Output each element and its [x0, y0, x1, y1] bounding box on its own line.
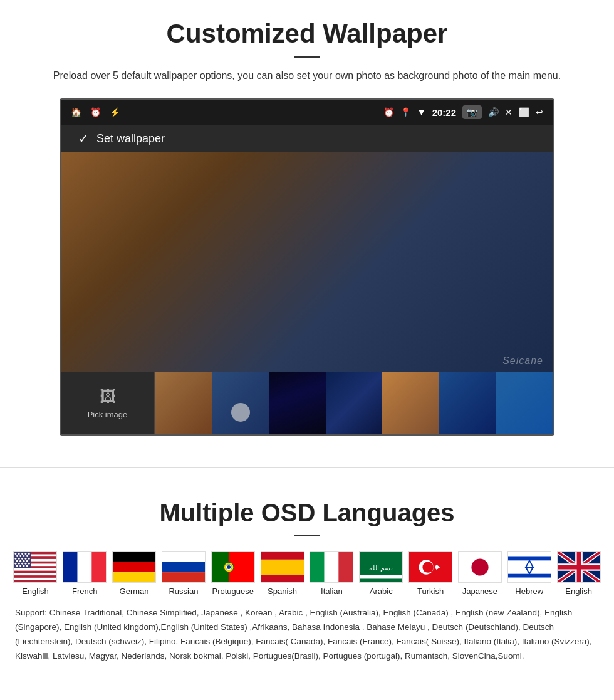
flag-item-italian: Italian	[309, 551, 355, 596]
flag-usa	[13, 551, 57, 583]
wallpaper-preview: Seicane	[61, 152, 553, 372]
svg-point-32	[16, 565, 18, 567]
svg-point-22	[28, 558, 30, 560]
flag-label-hebrew: Hebrew	[515, 587, 543, 596]
flag-label-english-uk: English	[565, 587, 592, 596]
flag-label-english-usa: English	[22, 587, 49, 596]
thumbnail-3[interactable]	[212, 372, 269, 434]
svg-point-31	[28, 563, 30, 565]
flag-label-japanese: Japanese	[462, 587, 497, 596]
wallpaper-description: Preload over 5 default wallpaper options…	[31, 68, 583, 83]
flag-spain	[261, 551, 304, 583]
svg-rect-39	[113, 552, 155, 562]
flag-turkey	[408, 551, 452, 583]
svg-point-28	[18, 563, 20, 565]
flag-russia	[162, 551, 206, 583]
svg-rect-38	[92, 552, 107, 583]
flag-item-russian: Russian	[161, 551, 207, 596]
android-screen-mockup: 🏠 ⏰ ⚡ ⏰ 📍 ▼ 20:22 📷 🔊 ✕ ⬜ ↩ ✓ Set wallpa…	[60, 98, 554, 436]
clock-icon: ⏰	[90, 107, 101, 117]
svg-point-10	[18, 553, 20, 555]
svg-rect-7	[14, 580, 56, 583]
flag-israel	[507, 551, 551, 583]
svg-point-33	[20, 565, 22, 567]
flag-label-german: German	[120, 587, 149, 596]
svg-rect-40	[113, 562, 155, 572]
wifi-icon: ▼	[417, 107, 426, 117]
svg-point-49	[227, 565, 231, 569]
flag-item-english-uk: English	[556, 551, 601, 596]
svg-point-20	[22, 558, 24, 560]
svg-rect-42	[162, 552, 205, 562]
thumbnail-7[interactable]	[439, 372, 496, 434]
svg-point-13	[28, 553, 30, 555]
svg-point-30	[25, 563, 27, 565]
flag-label-russian: Russian	[169, 587, 198, 596]
android-toolbar: ✓ Set wallpaper	[61, 125, 553, 152]
languages-title-divider	[294, 535, 320, 536]
svg-point-25	[23, 560, 25, 562]
usb-icon: ⚡	[110, 107, 120, 117]
svg-rect-53	[310, 552, 325, 583]
flag-item-japanese: Japanese	[457, 551, 502, 596]
flag-item-spanish: Spanish	[259, 551, 305, 596]
svg-point-35	[26, 565, 28, 567]
svg-rect-55	[339, 552, 353, 583]
svg-point-9	[15, 553, 17, 555]
moon-decoration	[231, 403, 250, 422]
toolbar-label: Set wallpaper	[96, 132, 165, 145]
pick-image-button[interactable]: 🖼 Pick image	[61, 372, 155, 434]
svg-point-19	[18, 558, 20, 560]
svg-rect-58	[360, 575, 402, 579]
svg-point-11	[22, 553, 24, 555]
svg-point-24	[20, 560, 22, 562]
languages-title: Multiple OSD Languages	[13, 499, 601, 527]
flag-uk	[557, 551, 601, 583]
volume-icon: 🔊	[488, 107, 499, 117]
svg-rect-51	[261, 560, 304, 575]
svg-point-27	[15, 563, 17, 565]
thumbnail-2[interactable]	[155, 372, 212, 434]
flag-portugal	[211, 551, 255, 583]
flag-label-spanish: Spanish	[268, 587, 297, 596]
svg-point-26	[26, 560, 28, 562]
thumbnail-4[interactable]	[269, 372, 326, 434]
languages-section: Multiple OSD Languages	[0, 486, 614, 676]
svg-rect-43	[162, 562, 205, 572]
flag-label-portuguese: Protuguese	[212, 587, 254, 596]
wallpaper-thumbnails: 🖼 Pick image	[61, 372, 553, 434]
svg-point-65	[471, 558, 488, 575]
svg-point-14	[16, 555, 18, 557]
flag-label-italian: Italian	[321, 587, 343, 596]
flag-item-portuguese: Protuguese	[210, 551, 256, 596]
camera-btn[interactable]: 📷	[462, 105, 482, 119]
checkmark-icon: ✓	[78, 131, 89, 146]
svg-point-34	[23, 565, 25, 567]
status-time: 20:22	[432, 107, 456, 118]
flag-item-turkish: Turkish	[408, 551, 454, 596]
back-icon: ↩	[536, 107, 543, 117]
thumbnail-5[interactable]	[326, 372, 383, 434]
svg-rect-50	[261, 552, 304, 560]
svg-point-23	[16, 560, 18, 562]
image-placeholder-icon: 🖼	[100, 387, 116, 406]
svg-rect-37	[78, 552, 92, 583]
flag-item-arabic: بسم الله Arabic	[358, 551, 404, 596]
flag-germany	[112, 551, 156, 583]
svg-point-15	[20, 555, 22, 557]
section-divider	[0, 467, 614, 468]
flag-arabic: بسم الله	[359, 551, 403, 583]
svg-rect-54	[325, 552, 339, 583]
flag-france	[63, 551, 107, 583]
svg-rect-41	[113, 572, 155, 582]
thumbnail-8[interactable]	[496, 372, 553, 434]
svg-point-21	[25, 558, 27, 560]
flags-row: English French German	[13, 551, 601, 596]
flag-label-french: French	[72, 587, 97, 596]
flag-item-hebrew: Hebrew	[506, 551, 552, 596]
support-text: Support: Chinese Traditional, Chinese Si…	[13, 606, 601, 664]
wallpaper-title: Customized Wallpaper	[13, 19, 601, 49]
svg-point-29	[22, 563, 24, 565]
svg-point-18	[15, 558, 17, 560]
thumbnail-6[interactable]	[382, 372, 439, 434]
